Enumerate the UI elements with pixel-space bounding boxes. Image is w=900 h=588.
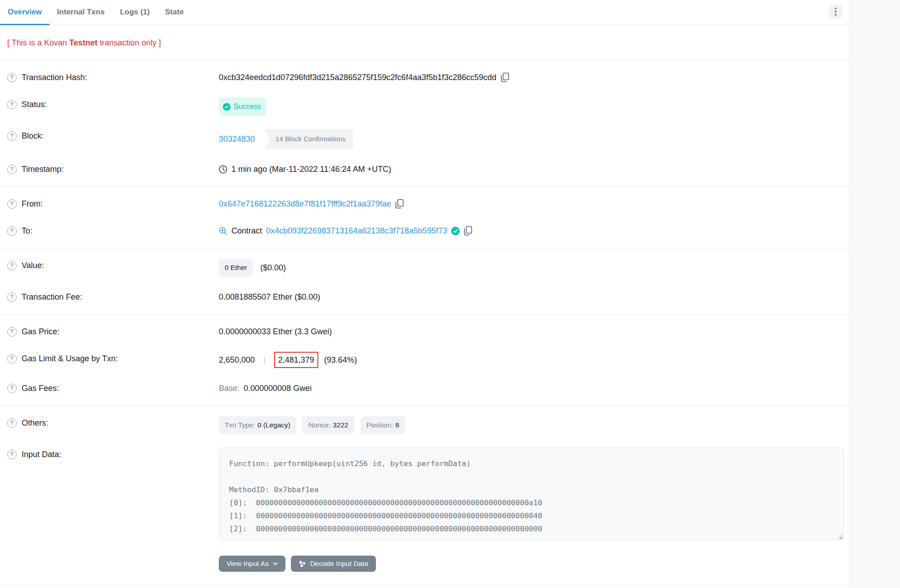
section-others-input: ? Others: Txn Type:0 (Legacy) Nonce:3222… <box>0 406 850 575</box>
transaction-fee-label: Transaction Fee: <box>22 290 82 304</box>
gas-used-value: 2,481,379 <box>278 355 314 364</box>
transaction-hash-value: 0xcb324eedcd1d07296fdf3d215a2865275f159c… <box>219 71 497 84</box>
help-icon[interactable]: ? <box>7 292 17 302</box>
to-address-link[interactable]: 0x4cb093f226983713164a62138c3f718a5b595f… <box>266 224 447 238</box>
value-label: Value: <box>22 259 44 272</box>
gas-used-percent: (93.64%) <box>324 353 357 367</box>
gas-limit-value: 2,650,000 <box>219 353 255 367</box>
chevron-down-icon <box>273 562 278 566</box>
row-block: ? Block: 30324830 14 Block Confirmations <box>0 122 850 156</box>
section-addresses: ? From: 0x647e7168122263d8e7f81f17fff9c2… <box>0 187 850 248</box>
help-icon[interactable]: ? <box>7 226 17 236</box>
resize-handle[interactable] <box>837 533 842 539</box>
timestamp-label: Timestamp: <box>22 162 63 176</box>
gas-fees-base-value: 0.000000008 Gwei <box>244 382 312 395</box>
pipe-separator: | <box>263 353 266 367</box>
help-icon[interactable]: ? <box>7 199 17 209</box>
copy-icon[interactable] <box>501 72 509 82</box>
status-label: Status: <box>22 98 47 111</box>
help-icon[interactable]: ? <box>7 131 17 141</box>
row-status: ? Status: Success <box>0 91 850 122</box>
gas-used-highlight-box: 2,481,379 <box>274 352 318 368</box>
row-transaction-fee: ? Transaction Fee: 0.0081885507 Ether ($… <box>0 283 850 310</box>
input-data-actions: View Input As Decode Input Data <box>219 556 850 572</box>
row-input-data: ? Input Data: Function: performUpkeep(ui… <box>0 441 850 547</box>
gas-fees-label: Gas Fees: <box>22 382 59 395</box>
block-number-link[interactable]: 30324830 <box>219 132 255 146</box>
view-input-as-button[interactable]: View Input As <box>219 556 285 572</box>
from-label: From: <box>22 197 43 211</box>
row-value: ? Value: 0 Ether ($0.00) <box>0 252 850 283</box>
row-gas-price: ? Gas Price: 0.0000000033 Ether (3.3 Gwe… <box>0 318 850 345</box>
ether-value-badge: 0 Ether <box>219 259 253 277</box>
gas-limit-label: Gas Limit & Usage by Txn: <box>22 352 118 365</box>
gas-price-value: 0.0000000033 Ether (3.3 Gwei) <box>219 325 332 338</box>
help-icon[interactable]: ? <box>7 354 17 364</box>
value-usd: ($0.00) <box>260 261 286 274</box>
check-circle-icon <box>223 103 231 111</box>
tab-bar: Overview Internal Txns Logs (1) State <box>0 0 850 25</box>
to-contract-prefix: Contract <box>231 224 262 238</box>
row-gas-limit-usage: ? Gas Limit & Usage by Txn: 2,650,000 | … <box>0 345 850 375</box>
others-label: Others: <box>22 416 48 430</box>
input-data-content: Function: performUpkeep(uint256 id, byte… <box>229 457 833 535</box>
block-confirmations-badge: 14 Block Confirmations <box>264 129 353 149</box>
from-address-link[interactable]: 0x647e7168122263d8e7f81f17fff9c2f1aa379f… <box>219 197 391 211</box>
decode-icon <box>298 560 306 568</box>
copy-icon[interactable] <box>464 226 472 236</box>
row-timestamp: ? Timestamp: 1 min ago (Mar-11-2022 11:4… <box>0 156 850 183</box>
help-icon[interactable]: ? <box>7 261 17 270</box>
gas-price-label: Gas Price: <box>22 325 59 338</box>
row-from: ? From: 0x647e7168122263d8e7f81f17fff9c2… <box>0 190 850 217</box>
row-to: ? To: Contract 0x4cb093f226983713164a621… <box>0 217 850 244</box>
section-gas: ? Gas Price: 0.0000000033 Ether (3.3 Gwe… <box>0 314 850 405</box>
help-icon[interactable]: ? <box>7 73 17 82</box>
testnet-notice: [ This is a Kovan Testnet transaction on… <box>0 25 850 60</box>
transaction-hash-label: Transaction Hash: <box>22 71 87 84</box>
kebab-menu-icon[interactable] <box>829 4 842 19</box>
position-badge: Position:8 <box>361 416 405 434</box>
magnifier-plus-icon[interactable] <box>219 227 227 235</box>
txn-type-badge: Txn Type:0 (Legacy) <box>219 416 296 434</box>
input-data-textarea[interactable]: Function: performUpkeep(uint256 id, byte… <box>219 448 844 540</box>
to-label: To: <box>22 224 32 238</box>
tab-overview[interactable]: Overview <box>0 0 50 25</box>
help-icon[interactable]: ? <box>7 418 17 428</box>
tab-state[interactable]: State <box>158 0 192 25</box>
help-icon[interactable]: ? <box>7 384 17 393</box>
input-data-label: Input Data: <box>22 448 61 461</box>
transaction-detail-card: Overview Internal Txns Logs (1) State [ … <box>0 0 850 588</box>
divider <box>0 585 850 586</box>
timestamp-value: 1 min ago (Mar-11-2022 11:46:24 AM +UTC) <box>231 162 391 176</box>
row-transaction-hash: ? Transaction Hash: 0xcb324eedcd1d07296f… <box>0 64 850 91</box>
row-gas-fees: ? Gas Fees: Base: 0.000000008 Gwei <box>0 375 850 402</box>
help-icon[interactable]: ? <box>7 327 17 337</box>
tab-logs[interactable]: Logs (1) <box>112 0 157 25</box>
verified-check-icon <box>451 227 460 235</box>
section-value-fee: ? Value: 0 Ether ($0.00) ? Transaction F… <box>0 248 850 314</box>
decode-input-data-button[interactable]: Decode Input Data <box>291 556 376 572</box>
help-icon[interactable]: ? <box>7 100 17 109</box>
transaction-fee-value: 0.0081885507 Ether ($0.00) <box>219 290 320 304</box>
clock-icon <box>219 165 227 174</box>
status-badge: Success <box>219 98 267 116</box>
block-label: Block: <box>22 129 44 143</box>
section-overview-top: ? Transaction Hash: 0xcb324eedcd1d07296f… <box>0 60 850 186</box>
row-others: ? Others: Txn Type:0 (Legacy) Nonce:3222… <box>0 409 850 441</box>
help-icon[interactable]: ? <box>7 165 17 174</box>
tab-internal-txns[interactable]: Internal Txns <box>50 0 113 25</box>
copy-icon[interactable] <box>395 199 404 209</box>
nonce-badge: Nonce:3222 <box>303 416 354 434</box>
gas-fees-base-label: Base: <box>219 382 240 395</box>
help-icon[interactable]: ? <box>7 450 17 459</box>
